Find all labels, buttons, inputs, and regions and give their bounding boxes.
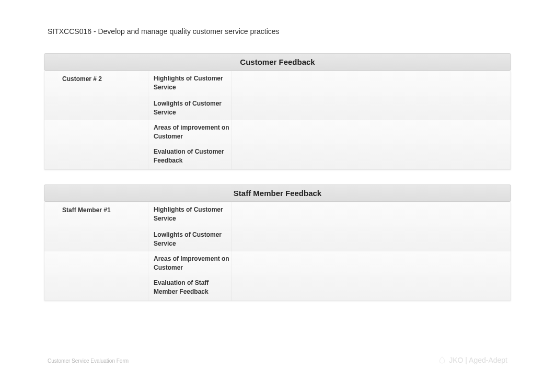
row-value xyxy=(232,251,511,275)
staff-feedback-section: Staff Member Feedback Staff Member #1 Hi… xyxy=(44,185,511,301)
row-label: Lowlights of Customer Service xyxy=(148,96,232,120)
table-row: Staff Member #1 Highlights of Customer S… xyxy=(44,202,511,227)
participant-label-empty xyxy=(44,251,148,275)
participant-label-empty xyxy=(44,227,148,251)
customer-feedback-table: Customer # 2 Highlights of Customer Serv… xyxy=(44,71,511,170)
footer-left-text: Customer Service Evaluation Form xyxy=(48,358,129,364)
row-value xyxy=(232,71,511,96)
participant-label: Staff Member #1 xyxy=(44,202,148,227)
footer-right: JKO | Aged-Adept xyxy=(438,356,507,366)
table-row: Lowlights of Customer Service xyxy=(44,227,511,251)
table-row: Areas of improvement on Customer xyxy=(44,120,511,144)
participant-label-empty xyxy=(44,120,148,144)
leaf-icon xyxy=(438,356,446,364)
table-row: Areas of Improvement on Customer xyxy=(44,251,511,275)
row-value xyxy=(232,202,511,227)
table-row: Lowlights of Customer Service xyxy=(44,96,511,120)
section-title-staff: Staff Member Feedback xyxy=(44,185,511,202)
staff-feedback-table: Staff Member #1 Highlights of Customer S… xyxy=(44,202,511,301)
customer-feedback-section: Customer Feedback Customer # 2 Highlight… xyxy=(44,53,511,170)
row-value xyxy=(232,144,511,169)
footer-brand-text: JKO | Aged-Adept xyxy=(449,356,507,364)
footer-brand: JKO | Aged-Adept xyxy=(438,356,507,364)
row-label: Highlights of Customer Service xyxy=(148,71,232,96)
participant-label: Customer # 2 xyxy=(44,71,148,96)
course-title: SITXCCS016 - Develop and manage quality … xyxy=(0,0,555,36)
participant-label-empty xyxy=(44,144,148,169)
table-row: Evaluation of Staff Member Feedback xyxy=(44,275,511,301)
row-label: Areas of Improvement on Customer xyxy=(148,251,232,275)
row-value xyxy=(232,120,511,144)
row-label: Lowlights of Customer Service xyxy=(148,227,232,251)
participant-label-empty xyxy=(44,275,148,301)
row-label: Evaluation of Customer Feedback xyxy=(148,144,232,169)
row-value xyxy=(232,227,511,251)
table-row: Customer # 2 Highlights of Customer Serv… xyxy=(44,71,511,96)
row-label: Areas of improvement on Customer xyxy=(148,120,232,144)
table-row: Evaluation of Customer Feedback xyxy=(44,144,511,169)
participant-label-empty xyxy=(44,96,148,120)
page-footer: Customer Service Evaluation Form JKO | A… xyxy=(48,356,507,366)
section-title-customer: Customer Feedback xyxy=(44,53,511,71)
row-value xyxy=(232,96,511,120)
row-label: Evaluation of Staff Member Feedback xyxy=(148,275,232,301)
row-label: Highlights of Customer Service xyxy=(148,202,232,227)
row-value xyxy=(232,275,511,301)
